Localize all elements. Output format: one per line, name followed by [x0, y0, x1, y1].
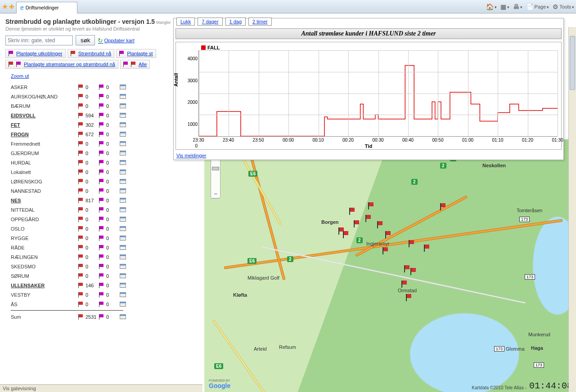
add-favorite-icon[interactable]: ✚	[9, 3, 14, 10]
list-icon[interactable]	[120, 122, 126, 127]
outage-flag-icon[interactable]	[400, 281, 409, 288]
outage-flag-icon[interactable]	[367, 202, 375, 209]
print-menu[interactable]: 🖶	[513, 3, 522, 10]
municipality-row[interactable]: HURDAL00	[11, 158, 197, 167]
municipality-name: VESTBY	[11, 292, 78, 298]
red-count: 0	[86, 292, 95, 298]
chart-tab-2h[interactable]: 2 timer	[248, 18, 272, 26]
page-menu[interactable]: 📄Page	[526, 3, 549, 10]
municipality-row[interactable]: Fremmednett00	[11, 139, 197, 148]
list-icon[interactable]	[120, 141, 126, 146]
map[interactable]: E6 E6 E6 2 2 2 2 2 173 173 173 173 Nesko…	[204, 139, 576, 392]
chart-tab-7d[interactable]: 7 dager	[198, 18, 222, 26]
feeds-menu[interactable]: ▦	[500, 3, 509, 10]
outage-flag-icon[interactable]	[382, 247, 390, 254]
municipality-row[interactable]: Lokalnett00	[11, 167, 197, 177]
chart-tab-1d[interactable]: 1 dag	[225, 18, 246, 26]
list-icon[interactable]	[120, 85, 126, 89]
purple-count: 0	[106, 292, 116, 298]
outage-flag-icon[interactable]	[408, 240, 416, 247]
municipality-row[interactable]: RÅDE00	[11, 243, 197, 252]
municipality-row[interactable]: RÆLINGEN00	[11, 252, 197, 262]
outage-flag-icon[interactable]	[348, 208, 356, 215]
flag-red-icon	[78, 217, 85, 222]
filter-planned[interactable]: Planlagte utkoblinger	[5, 49, 66, 58]
purple-count: 0	[106, 113, 116, 118]
outage-flag-icon[interactable]	[376, 221, 384, 228]
scrollbar-thumb[interactable]	[570, 36, 575, 90]
list-icon[interactable]	[120, 217, 126, 222]
filter-all[interactable]: Alle	[120, 60, 150, 69]
municipality-row[interactable]: LØRENSKOG00	[11, 177, 197, 186]
municipality-row[interactable]: ÅS00	[11, 299, 197, 309]
municipality-name: NES	[11, 198, 78, 203]
page-icon: 📄	[526, 3, 534, 10]
list-icon[interactable]	[120, 94, 126, 99]
list-icon[interactable]	[120, 179, 126, 184]
zoom-out-button[interactable]: −	[211, 189, 220, 198]
municipality-row[interactable]: OPPEGÅRD00	[11, 214, 197, 224]
list-icon[interactable]	[120, 198, 126, 203]
browser-tab[interactable]: e Driftsmeldinger	[16, 2, 77, 13]
search-input[interactable]	[5, 36, 73, 45]
list-icon[interactable]	[120, 283, 126, 288]
update-map-link[interactable]: ↻ Oppdater kart	[98, 37, 134, 44]
filter-planned-and-now[interactable]: Planlagte strømstanser og strømbrudd nå	[5, 60, 118, 69]
municipality-row[interactable]: BÆRUM00	[11, 101, 197, 111]
zoom-handle[interactable]	[212, 167, 219, 170]
purple-count: 0	[106, 160, 116, 165]
municipality-row[interactable]: EIDSVOLL5940	[11, 111, 197, 120]
list-icon[interactable]	[120, 254, 126, 259]
flag-purple-icon	[99, 254, 105, 260]
outage-flag-icon[interactable]	[439, 203, 447, 210]
municipality-name: BÆRUM	[11, 103, 78, 109]
home-menu[interactable]: 🏠	[486, 3, 497, 10]
list-icon[interactable]	[120, 151, 126, 156]
list-icon[interactable]	[120, 273, 126, 278]
list-icon[interactable]	[120, 188, 126, 193]
filter-planned-st[interactable]: Planlagte st	[116, 49, 156, 58]
municipality-row[interactable]: SØRUM00	[11, 271, 197, 281]
municipality-row[interactable]: OSLO00	[11, 224, 197, 233]
municipality-row[interactable]: NITTEDAL00	[11, 205, 197, 214]
list-icon[interactable]	[120, 113, 126, 118]
municipality-row[interactable]: GJERDRUM00	[11, 148, 197, 158]
search-button[interactable]: søk	[76, 35, 95, 45]
municipality-row[interactable]: ASKER00	[11, 82, 197, 92]
municipality-row[interactable]: FET3020	[11, 120, 197, 129]
vertical-scrollbar[interactable]	[568, 27, 576, 392]
municipality-row[interactable]: RYGGE00	[11, 233, 197, 243]
list-icon[interactable]	[120, 245, 126, 250]
list-icon[interactable]	[120, 169, 126, 174]
outage-flag-icon[interactable]	[405, 294, 413, 301]
filter-outage-now[interactable]: Strømbrudd nå	[68, 49, 114, 58]
outage-flag-icon[interactable]	[364, 215, 373, 222]
list-icon[interactable]	[120, 103, 126, 108]
municipality-row[interactable]: VESTBY00	[11, 290, 197, 299]
municipality-row[interactable]: ULLENSAKER1460	[11, 281, 197, 290]
list-icon[interactable]	[120, 132, 126, 137]
list-icon[interactable]	[120, 236, 126, 241]
outage-flag-icon[interactable]	[423, 245, 431, 252]
list-icon[interactable]	[120, 207, 126, 212]
municipality-row[interactable]: SKEDSMO00	[11, 262, 197, 271]
outage-flag-icon[interactable]	[353, 220, 361, 227]
municipality-row[interactable]: AURSKOG/HØLAND00	[11, 92, 197, 101]
outage-flag-icon[interactable]	[342, 231, 350, 238]
zoom-out-link[interactable]: Zoom ut	[11, 73, 29, 79]
list-icon[interactable]	[120, 264, 126, 269]
municipality-row[interactable]: NANNESTAD00	[11, 186, 197, 196]
outage-flag-icon[interactable]	[384, 231, 392, 238]
list-icon[interactable]	[120, 160, 126, 165]
outage-flag-icon[interactable]	[410, 268, 418, 275]
chart-tab-close[interactable]: Lukk	[176, 18, 195, 26]
tools-menu[interactable]: ⚙Tools	[553, 3, 574, 10]
favorites-star-icon[interactable]: ★	[2, 2, 8, 11]
municipality-row[interactable]: NES8170	[11, 196, 197, 205]
list-icon[interactable]	[120, 226, 126, 231]
list-icon[interactable]	[120, 314, 126, 319]
municipality-row[interactable]: FROGN6720	[11, 129, 197, 139]
list-icon[interactable]	[120, 292, 126, 297]
list-icon[interactable]	[120, 302, 126, 307]
vis-meldinger-link[interactable]: Vis meldinger	[174, 151, 209, 160]
